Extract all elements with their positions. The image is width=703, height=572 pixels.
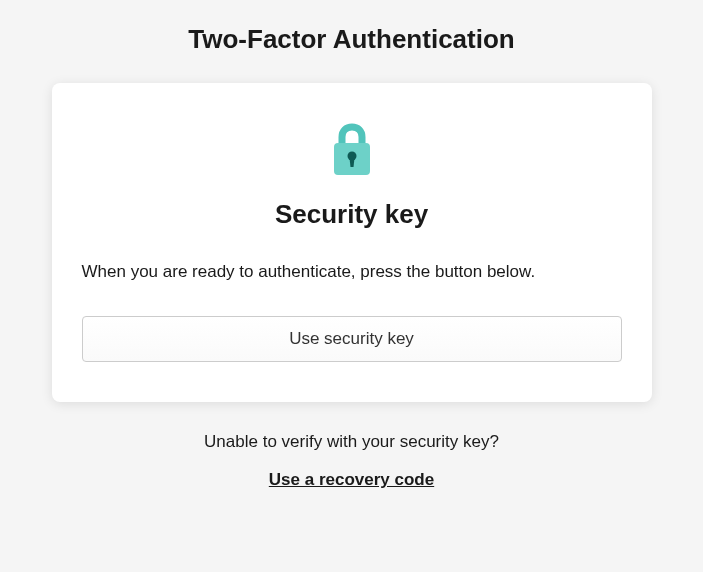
card-title: Security key <box>275 199 428 230</box>
recovery-code-link[interactable]: Use a recovery code <box>269 470 434 490</box>
lock-icon <box>328 123 376 181</box>
card-description: When you are ready to authenticate, pres… <box>82 260 536 284</box>
use-security-key-button[interactable]: Use security key <box>82 316 622 362</box>
footer-prompt: Unable to verify with your security key? <box>204 432 499 452</box>
footer: Unable to verify with your security key?… <box>204 432 499 490</box>
page-title: Two-Factor Authentication <box>188 24 514 55</box>
auth-card: Security key When you are ready to authe… <box>52 83 652 402</box>
